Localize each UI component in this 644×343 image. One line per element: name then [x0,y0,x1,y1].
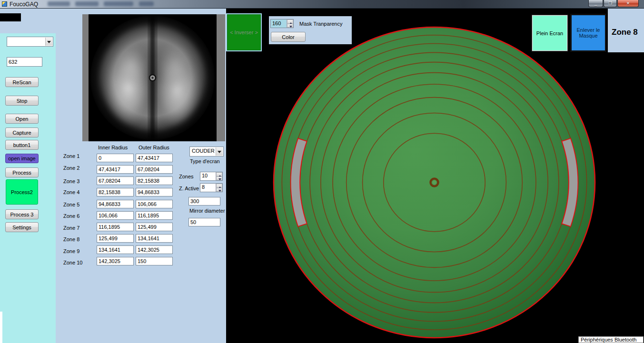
camera-combobox[interactable] [7,37,53,47]
foucault-image-panel [82,14,225,141]
close-button[interactable]: ✕ [617,0,639,7]
screen-type-value: COUDER [192,148,215,154]
zone3-outer-input[interactable] [136,176,173,185]
zones-value: 10 [202,173,208,178]
zone-row-label: Zone 9 [63,248,85,254]
zone-row-label: Zone 3 [63,178,85,184]
screen-type-label: Type d'ecran [190,158,220,164]
z-active-stepper[interactable]: 8 [200,183,223,192]
zone-row-label: Zone 10 [63,260,85,265]
zone10-outer-input[interactable] [136,257,173,265]
zone6-outer-input[interactable] [136,211,173,220]
title-bar: FoucoGAQ _ ❐ ✕ [0,0,644,9]
bluetooth-tooltip: Périphériques Bluetooth [578,336,644,343]
zone7-outer-input[interactable] [136,223,173,231]
inner-radius-header: Inner Radius [98,145,128,150]
wavelength-input[interactable] [7,57,42,67]
plein-ecran-button[interactable]: Plein Ecran [532,15,567,51]
stepper-arrows[interactable] [216,172,222,180]
active-zone-label: Zone 8 [612,28,638,37]
process2-button[interactable]: Process2 [6,179,38,205]
window-controls: _ ❐ ✕ [588,0,639,8]
down-arrow-icon[interactable] [287,24,293,28]
mirror-diameter-input[interactable] [188,218,220,226]
zone-row-label: Zone 6 [63,213,85,219]
zone5-inner-input[interactable] [97,200,134,208]
zone7-inner-input[interactable] [97,223,134,231]
zones-label: Zones [179,174,194,179]
transparency-value: 160 [271,20,287,28]
down-arrow-icon[interactable] [216,176,222,181]
stepper-arrows[interactable] [216,184,222,192]
settings-button[interactable]: Settings [5,222,39,232]
zone9-inner-input[interactable] [97,245,134,254]
blurred-menu-item [139,1,154,6]
outer-radius-header: Outer Radius [139,145,169,150]
edge-strip [0,312,2,343]
redacted-label [0,13,21,21]
zone3-inner-input[interactable] [97,176,134,185]
zone4-inner-input[interactable] [97,188,134,196]
zone-row-label: Zone 8 [63,236,85,242]
zone2-inner-input[interactable] [97,165,134,174]
foucaultgram [89,14,217,141]
z-active-label: Z. Active [179,186,199,191]
screen-type-combobox[interactable]: COUDER [189,147,224,157]
chevron-down-icon [216,147,223,156]
mirror-diameter-label: Mirror diameter [189,208,225,214]
open-button[interactable]: Open [5,114,39,124]
button1-button[interactable]: button1 [5,140,39,150]
zone-row-label: Zone 4 [63,189,85,195]
rescan-button[interactable]: ReScan [5,77,39,87]
z-active-value: 8 [202,184,205,190]
zone9-outer-input[interactable] [136,245,173,254]
restore-button[interactable]: ❐ [604,0,617,7]
focal-input[interactable] [188,197,220,206]
zone2-outer-input[interactable] [136,165,173,174]
chevron-down-icon [45,38,52,46]
inverser-button[interactable]: < Inverser > [227,14,261,50]
zone5-outer-input[interactable] [136,200,173,208]
blurred-menu-item [104,1,133,6]
process3-button[interactable]: Process 3 [5,209,39,219]
minimize-button[interactable]: _ [588,0,603,7]
zone8-inner-input[interactable] [97,234,134,243]
window-title: FoucoGAQ [10,1,38,8]
mask-display-area[interactable] [226,9,644,343]
zone-row-label: Zone 1 [63,153,85,159]
up-arrow-icon[interactable] [216,172,222,176]
transparency-stepper[interactable]: 160 [270,19,294,28]
capture-button[interactable]: Capture [5,127,39,137]
zone4-outer-input[interactable] [136,188,173,196]
stop-button[interactable]: Stop [5,96,39,106]
open-image-button[interactable]: open image [5,154,39,163]
mask-transparency-panel: 160 Mask Tranparency Color [269,16,352,44]
blurred-menu-item [48,1,70,6]
zone8-outer-input[interactable] [136,234,173,243]
up-arrow-icon[interactable] [287,20,293,24]
zone-row-label: Zone 2 [63,165,85,171]
zone6-inner-input[interactable] [97,211,134,220]
zone1-outer-input[interactable] [136,154,173,162]
active-zone-panel: Zone 8 [608,9,644,52]
zones-stepper[interactable]: 10 [200,172,223,181]
zone1-inner-input[interactable] [97,154,134,162]
couder-mask-overlay [226,9,644,343]
enlever-masque-button[interactable]: Enlever le Masque [570,14,606,52]
app-icon [2,1,7,7]
zone10-inner-input[interactable] [97,257,134,265]
left-sidebar: ReScan Stop Open Capture button1 open im… [0,33,56,343]
zone-row-label: Zone 5 [63,202,85,207]
stepper-arrows[interactable] [287,20,293,28]
zone-row-label: Zone 7 [63,225,85,231]
transparency-label: Mask Tranparency [299,21,342,27]
foucault-test-image[interactable] [89,14,217,141]
down-arrow-icon[interactable] [216,188,222,192]
color-button[interactable]: Color [271,32,306,42]
process-button[interactable]: Process [5,167,39,177]
up-arrow-icon[interactable] [216,184,222,188]
blurred-menu-item [75,1,99,6]
